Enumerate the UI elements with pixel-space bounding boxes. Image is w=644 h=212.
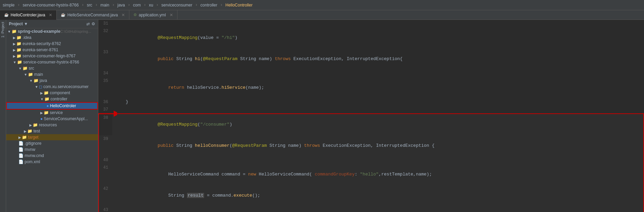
- tree-item-resources[interactable]: ▶ 📁 resources: [6, 122, 98, 128]
- package-icon: ◻: [39, 84, 42, 89]
- tree-item-idea[interactable]: ▶ 📁 .idea: [6, 34, 98, 41]
- sidebar-settings-icon[interactable]: ⚙: [91, 22, 95, 26]
- tree-item-hystrix[interactable]: ▼ 📁 service-consumer-hystrix-8766: [6, 59, 98, 65]
- tree-item-mvnw[interactable]: 📄 mvnw: [6, 146, 98, 153]
- top-bar: simple › service-consumer-hystrix-8766 ›…: [0, 0, 644, 10]
- tree-item-target[interactable]: ▶ 📁 target: [6, 134, 98, 140]
- file-icon-mvnw: 📄: [18, 147, 24, 152]
- main-area: 1: Project Project ▼ ⇄ ⚙ ▼ 📁 spring-clou…: [0, 20, 644, 212]
- tree-item-service-consumer-app[interactable]: ● ServiceConsumerAppl...: [6, 116, 98, 122]
- tab-close-icon3[interactable]: ✕: [170, 13, 173, 17]
- tab-application-yml[interactable]: ⚙ application.yml ✕: [129, 10, 177, 20]
- tree-item-hello-controler[interactable]: ● HelloControler: [6, 102, 98, 110]
- tree-item-pom-xml[interactable]: 📄 pom.xml: [6, 159, 98, 165]
- folder-icon-test: 📁: [27, 129, 32, 133]
- folder-icon-es: 📁: [16, 41, 22, 46]
- breadcrumb: simple: [3, 3, 15, 8]
- code-line-32: 32 @RequestMapping(value = "/hi"): [99, 27, 644, 48]
- tree-item-gitignore[interactable]: 📄 .gitignore: [6, 140, 98, 146]
- code-line-36: 36 }: [99, 98, 644, 106]
- folder-icon-ev: 📁: [16, 47, 22, 52]
- folder-icon-hystrix: 📁: [17, 60, 22, 65]
- sidebar-title: Project ▼: [9, 22, 28, 26]
- sidebar-icons: ⇄ ⚙: [86, 22, 95, 26]
- tab-hello-controller[interactable]: ☕ HelloControler.java ✕: [0, 10, 57, 20]
- code-line-37: 37: [99, 106, 644, 114]
- folder-icon-java: 📁: [33, 78, 39, 83]
- tree-item-feign[interactable]: ▶ 📁 service-consumer-feign-8767: [6, 53, 98, 59]
- class-icon: ●: [46, 103, 49, 108]
- folder-icon-component: 📁: [44, 90, 49, 95]
- breadcrumb-service: service-consumer-hystrix-8766: [23, 3, 79, 8]
- code-line-40: 40: [99, 156, 644, 164]
- tab-close-icon[interactable]: ✕: [49, 13, 52, 17]
- tree-item-controller[interactable]: ▼ 📁 controller: [6, 96, 98, 102]
- file-icon-pom: 📄: [18, 159, 24, 164]
- file-icon-mvnw-cmd: 📄: [18, 153, 24, 158]
- sidebar-header: Project ▼ ⇄ ⚙: [6, 20, 98, 28]
- folder-icon-controller: 📁: [44, 97, 49, 101]
- tab-close-icon2[interactable]: ✕: [121, 13, 125, 17]
- folder-icon-resources: 📁: [33, 123, 38, 127]
- folder-icon-service: 📁: [44, 110, 49, 115]
- tree-item-spring-cloud-example[interactable]: ▼ 📁 spring-cloud-example C:\GitHub\sprin…: [6, 28, 98, 34]
- annotation-requestmapping: @RequestMapping: [158, 35, 198, 40]
- folder-icon-src: 📁: [23, 66, 28, 71]
- project-sidebar: Project ▼ ⇄ ⚙ ▼ 📁 spring-cloud-example C…: [6, 20, 98, 212]
- code-editor[interactable]: 31 32 @RequestMapping(value = "/hi") 33 …: [98, 20, 644, 212]
- tree-item-java[interactable]: ▼ 📁 java: [6, 77, 98, 84]
- folder-icon-idea: 📁: [16, 35, 22, 40]
- code-line-31: 31: [99, 20, 644, 27]
- code-line-38: 38 @RequestMapping("/consumer"): [99, 114, 644, 135]
- tree-item-src[interactable]: ▼ 📁 src: [6, 65, 98, 71]
- tree-item-main[interactable]: ▼ 📁 main: [6, 71, 98, 77]
- code-line-39: 39 public String helloConsumer(@RequestP…: [99, 135, 644, 156]
- code-line-43: 43 return result;: [99, 206, 644, 212]
- tree-item-package[interactable]: ▼ ◻ com.xu.serviceconsumer: [6, 84, 98, 90]
- folder-icon-target: 📁: [22, 135, 27, 140]
- tree-item-mvnw-cmd[interactable]: 📄 mvnw.cmd: [6, 153, 98, 159]
- folder-icon-feign: 📁: [16, 54, 22, 58]
- result-var: result: [187, 193, 204, 198]
- file-icon-gitignore: 📄: [18, 141, 24, 146]
- sidebar-layout-icon[interactable]: ⇄: [86, 22, 90, 26]
- tree-item-eureka-security[interactable]: ▶ 📁 eureka-security-8762: [6, 41, 98, 47]
- tree-item-service[interactable]: ▶ 📁 service: [6, 110, 98, 116]
- code-line-34: 34: [99, 70, 644, 77]
- folder-icon: 📁: [12, 29, 17, 34]
- tab-hello-service-command[interactable]: ☕ HelloServiceCommand.java ✕: [57, 10, 129, 20]
- tree-item-test[interactable]: ▶ 📁 test: [6, 128, 98, 134]
- code-line-41: 41 HelloServiceCommand command = new Hel…: [99, 164, 644, 185]
- class-icon2: ●: [40, 116, 43, 121]
- tree-item-component[interactable]: ▶ 📁 component: [6, 90, 98, 96]
- java-file-icon2: ☕: [61, 13, 66, 17]
- code-table: 31 32 @RequestMapping(value = "/hi") 33 …: [98, 20, 644, 212]
- code-line-35: 35 return helloService.hiService(name);: [99, 77, 644, 98]
- annotation-requestmapping2: @RequestMapping: [158, 122, 198, 127]
- project-panel-label[interactable]: 1: Project: [0, 20, 6, 212]
- code-line-42: 42 String result = command.execute();: [99, 185, 644, 206]
- tab-bar: ☕ HelloControler.java ✕ ☕ HelloServiceCo…: [0, 10, 644, 20]
- folder-icon-main: 📁: [28, 72, 33, 77]
- java-file-icon: ☕: [4, 13, 9, 17]
- code-line-33: 33 public String hi(@RequestParam String…: [99, 48, 644, 70]
- yml-file-icon: ⚙: [133, 13, 137, 17]
- tree-item-eureka-server[interactable]: ▶ 📁 eureka-server-8761: [6, 47, 98, 53]
